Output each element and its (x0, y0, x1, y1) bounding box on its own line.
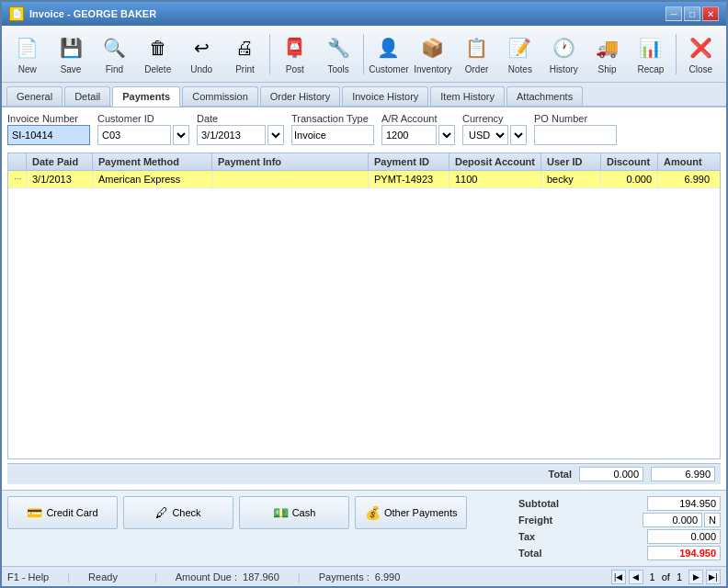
col-discount: Discount (601, 153, 658, 170)
minimize-button[interactable]: ─ (665, 6, 682, 21)
save-button[interactable]: 💾 Save (50, 29, 91, 79)
amount-due-label: Amount Due : (176, 571, 237, 582)
ship-button[interactable]: 🚚 Ship (586, 29, 628, 79)
tab-bar: General Detail Payments Commission Order… (2, 83, 726, 107)
amount-due-text: Amount Due : 187.960 (176, 571, 279, 582)
undo-button[interactable]: ↩ Undo (180, 29, 222, 79)
recap-label: Recap (638, 64, 665, 74)
tab-detail[interactable]: Detail (64, 86, 110, 106)
tab-payments[interactable]: Payments (112, 86, 180, 107)
total-discount-input[interactable] (579, 467, 643, 481)
freight-label: Freight (518, 514, 552, 526)
ar-account-group: A/R Account (381, 113, 455, 145)
title-bar-left: 📄 Invoice - GEORGE BAKER (9, 6, 156, 21)
check-icon: 🖊 (155, 505, 168, 520)
table-row[interactable]: ··· 3/1/2013 American Express PYMT-14923… (8, 171, 720, 188)
total-summary-label: Total (518, 548, 541, 559)
history-button[interactable]: 🕐 History (543, 29, 585, 79)
save-label: Save (61, 64, 82, 74)
customer-button[interactable]: 👤 Customer (368, 29, 410, 79)
title-bar-controls: ─ □ ✕ (665, 6, 719, 21)
close-label: Close (689, 64, 713, 74)
page-current: 1 (646, 571, 659, 582)
ar-account-select[interactable] (438, 125, 455, 145)
total-amount-input[interactable] (651, 467, 715, 481)
recap-button[interactable]: 📊 Recap (630, 29, 671, 79)
payments-status-label: Payments : (319, 571, 370, 582)
status-bar: F1 - Help | Ready | Amount Due : 187.960… (2, 566, 726, 586)
cash-icon: 💵 (273, 505, 289, 520)
freight-suffix[interactable] (704, 513, 721, 527)
freight-value[interactable] (643, 513, 702, 527)
credit-card-icon: 💳 (27, 505, 42, 520)
tools-button[interactable]: 🔧 Tools (318, 29, 359, 79)
new-button[interactable]: 📄 New (6, 29, 48, 79)
close-window-button[interactable]: ✕ (702, 6, 719, 21)
window-icon: 📄 (9, 6, 24, 21)
customer-id-input[interactable] (97, 125, 171, 145)
cash-button[interactable]: 💵 Cash (239, 496, 349, 529)
tab-item-history[interactable]: Item History (430, 86, 505, 106)
notes-button[interactable]: 📝 Notes (499, 29, 540, 79)
col-deposit-account: Deposit Account (449, 153, 541, 170)
tax-value[interactable] (647, 529, 721, 544)
delete-button[interactable]: 🗑 Delete (137, 29, 178, 79)
transaction-type-select[interactable]: Invoice (291, 125, 374, 145)
find-icon: 🔍 (99, 33, 129, 62)
date-input[interactable] (197, 125, 266, 145)
customer-label: Customer (369, 64, 408, 74)
toolbar-sep-1 (269, 34, 270, 74)
col-nav (8, 153, 27, 170)
total-label: Total (549, 469, 572, 480)
order-button[interactable]: 📋 Order (456, 29, 497, 79)
ar-account-input[interactable] (381, 125, 437, 145)
tab-invoice-history[interactable]: Invoice History (342, 86, 428, 106)
col-date-paid: Date Paid (27, 153, 93, 170)
ship-label: Ship (598, 64, 617, 74)
toolbar-sep-2 (363, 34, 364, 74)
payment-btn-row: 💳 Credit Card 🖊 Check 💵 Cash 💰 Other Pay… (7, 496, 511, 529)
history-label: History (550, 64, 578, 74)
last-page-button[interactable]: ▶| (706, 570, 721, 584)
other-payments-button[interactable]: 💰 Other Payments (355, 496, 467, 529)
maximize-button[interactable]: □ (684, 6, 700, 21)
check-button[interactable]: 🖊 Check (123, 496, 233, 529)
currency-select2[interactable] (510, 125, 527, 145)
print-button[interactable]: 🖨 Print (224, 29, 266, 79)
find-button[interactable]: 🔍 Find (94, 29, 135, 79)
invoice-number-input[interactable] (7, 125, 90, 145)
credit-card-label: Credit Card (46, 507, 97, 518)
customer-id-group: Customer ID (97, 113, 189, 145)
payments-grid: Date Paid Payment Method Payment Info Pa… (7, 153, 721, 459)
main-window: 📄 Invoice - GEORGE BAKER ─ □ ✕ 📄 New 💾 S… (0, 0, 728, 588)
print-icon: 🖨 (230, 33, 259, 62)
tab-order-history[interactable]: Order History (260, 86, 340, 106)
toolbar: 📄 New 💾 Save 🔍 Find 🗑 Delete ↩ Undo 🖨 Pr… (2, 26, 726, 83)
next-page-button[interactable]: ▶ (688, 570, 703, 584)
date-select[interactable] (267, 125, 284, 145)
payments-status-value: 6.990 (375, 571, 401, 582)
first-page-button[interactable]: |◀ (611, 570, 626, 584)
notes-label: Notes (508, 64, 532, 74)
total-bar: Total (7, 463, 721, 484)
tab-commission[interactable]: Commission (182, 86, 258, 106)
tax-label: Tax (518, 531, 535, 542)
tab-general[interactable]: General (6, 86, 63, 106)
help-text: F1 - Help (7, 571, 49, 582)
currency-select[interactable]: USD (462, 125, 508, 145)
total-summary-value[interactable] (647, 546, 721, 560)
cell-deposit-account: 1100 (449, 171, 541, 187)
undo-label: Undo (190, 64, 212, 74)
save-icon: 💾 (56, 33, 85, 62)
close-button[interactable]: ❌ Close (680, 29, 722, 79)
customer-id-select[interactable] (173, 125, 189, 145)
subtotal-value[interactable] (647, 496, 721, 511)
po-number-input[interactable] (534, 125, 617, 145)
credit-card-button[interactable]: 💳 Credit Card (7, 496, 118, 529)
post-button[interactable]: 📮 Post (274, 29, 315, 79)
cash-label: Cash (292, 507, 316, 518)
prev-page-button[interactable]: ◀ (629, 570, 643, 584)
tab-attachments[interactable]: Attachments (506, 86, 583, 106)
delete-label: Delete (144, 64, 171, 74)
inventory-button[interactable]: 📦 Inventory (412, 29, 454, 79)
